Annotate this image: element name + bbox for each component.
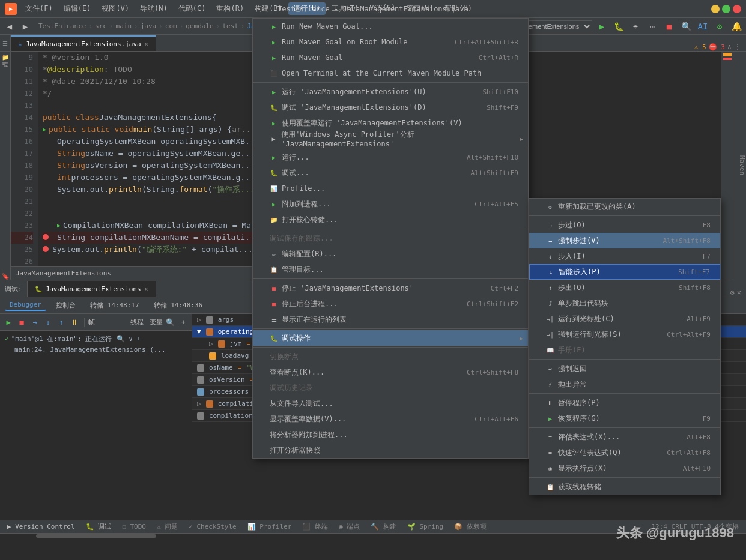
debug-tab-main[interactable]: 🐛 JavaManagementExtensions ×	[28, 281, 156, 297]
menu-run-any[interactable]: ▶ 运行... Alt+Shift+F10	[253, 149, 528, 165]
submenu-force-return[interactable]: ↩ 强制返回	[529, 361, 720, 376]
activity-bookmarks[interactable]: 🔖	[2, 273, 9, 280]
spring-tab[interactable]: 🌱 Spring	[402, 523, 448, 531]
menu-view-breakpoints[interactable]: 查看断点(K)... Ctrl+Shift+F8	[253, 364, 528, 380]
menu-debug-any[interactable]: 🐛 调试... Alt+Shift+F9	[253, 165, 528, 181]
console-tab[interactable]: 控制台	[51, 300, 80, 311]
menu-run-maven-root[interactable]: ▶ Run Maven Goal on Root Module Ctrl+Alt…	[253, 34, 528, 50]
thread-item[interactable]: ✓ "main"@1 在:main": 正在运行 🔍 ∨ +	[2, 333, 189, 345]
menu-run-maven[interactable]: ▶ Run Maven Goal Ctrl+Alt+R	[253, 50, 528, 65]
close-button[interactable]	[733, 5, 741, 13]
step-over-button[interactable]: →	[29, 316, 41, 328]
endpoints-tab[interactable]: ◉ 端点	[334, 522, 365, 531]
settings-button[interactable]: ⚙	[712, 19, 727, 34]
submenu-force-run-to-cursor[interactable]: →| 强制运行到光标(S) Ctrl+Alt+F9	[529, 327, 720, 342]
submenu-step-over[interactable]: → 步过(O) F8	[529, 217, 720, 233]
maven-label[interactable]: Maven	[738, 155, 746, 175]
submenu-step-out-block[interactable]: ⤴ 单步跳出代码块	[529, 295, 720, 311]
toolbar-back[interactable]: ◀	[2, 19, 17, 34]
search-button[interactable]: 🔍	[679, 19, 693, 34]
submenu-show-exec-point[interactable]: ◉ 显示执行点(X) Alt+F10	[529, 460, 720, 476]
minimize-button[interactable]	[711, 5, 720, 13]
submenu-force-step-over[interactable]: → 强制步过(V) Alt+Shift+F8	[529, 233, 720, 248]
debug-submenu[interactable]: ↺ 重新加载已更改的类(A) → 步过(O) F8 → 强制步过(V) Alt+…	[529, 198, 721, 495]
debug-tab-close[interactable]: ×	[145, 286, 148, 292]
menu-open-core[interactable]: 📁 打开核心转储...	[253, 212, 528, 227]
menu-edit-config[interactable]: ✏ 编辑配置(R)...	[253, 246, 528, 262]
menu-file[interactable]: 文件(F)	[20, 2, 58, 15]
breadcrumb-item-6[interactable]: gemdale	[186, 22, 213, 30]
more-tabs-icon[interactable]: ⋮	[734, 43, 741, 51]
menu-run-coverage[interactable]: ▶ 使用覆盖率运行 'JavaManagementExtensions'(V)	[253, 115, 528, 131]
menu-show-running[interactable]: ☰ 显示正在运行的列表	[253, 312, 528, 327]
menu-debug-ops[interactable]: 🐛 调试操作	[253, 330, 528, 346]
submenu-pause[interactable]: ⏸ 暂停程序(P)	[529, 395, 720, 411]
filter-icon[interactable]: 🔍	[164, 316, 176, 328]
expand-icon[interactable]: ∧	[727, 43, 732, 51]
menu-debug-class[interactable]: 🐛 调试 'JavaManagementExtensions'(D) Shift…	[253, 100, 528, 115]
terminal-tab[interactable]: ⬛ 终端	[297, 522, 333, 531]
menu-run-new-maven[interactable]: ▶ Run New Maven Goal...	[253, 19, 528, 34]
menu-edit[interactable]: 编辑(E)	[59, 2, 96, 15]
coverage-button[interactable]: ☂	[628, 19, 643, 34]
menu-open-profiler-snapshot[interactable]: 打开分析器快照	[253, 442, 528, 458]
add-watch[interactable]: +	[177, 316, 189, 328]
menu-run-class[interactable]: ▶ 运行 'JavaManagementExtensions'(U) Shift…	[253, 84, 528, 100]
activity-project[interactable]: 📁	[2, 54, 9, 61]
horizontal-scrollbar[interactable]	[0, 533, 746, 538]
submenu-resume[interactable]: ▶ 恢复程序(G) F9	[529, 411, 720, 426]
todo-tab[interactable]: ☐ TODO	[117, 523, 151, 531]
stop-button[interactable]: ■	[662, 19, 676, 34]
menu-add-to-profiler[interactable]: 将分析器附加到进程...	[253, 427, 528, 442]
filter-icon[interactable]: 🔍	[117, 335, 125, 343]
dump2-tab[interactable]: 转储 14:48:36	[149, 300, 208, 311]
version-control-tab[interactable]: ▶ Version Control	[2, 523, 80, 531]
submenu-smart-step-into[interactable]: ↓ 智能步入(P) Shift+F7	[529, 264, 720, 280]
menu-profiler[interactable]: ▶ 使用'Windows Async Profiler'分析 'JavaMana…	[253, 131, 528, 146]
frame-item[interactable]: main:24, JavaManagementExtensions (...	[2, 345, 189, 355]
menu-nav[interactable]: 导航(N)	[135, 2, 172, 15]
submenu-run-to-cursor[interactable]: →| 运行到光标处(C) Alt+F9	[529, 311, 720, 327]
settings-icon[interactable]: ⚙	[730, 288, 735, 297]
submenu-quick-evaluate[interactable]: = 快速评估表达式(Q) Ctrl+Alt+F8	[529, 445, 720, 460]
debug-bottom-tab[interactable]: 🐛 调试	[81, 522, 117, 531]
subtab-frames[interactable]: 帧	[88, 318, 129, 327]
close-debug-icon[interactable]: ✕	[737, 288, 741, 297]
stop-debug-button[interactable]: ■	[16, 316, 28, 328]
menu-view[interactable]: 视图(V)	[97, 2, 134, 15]
debugger-tab[interactable]: Debugger	[5, 300, 46, 311]
submenu-reload-classes[interactable]: ↺ 重新加载已更改的类(A)	[529, 199, 720, 214]
activity-structure[interactable]: 🏗	[2, 62, 8, 68]
menu-manage-targets[interactable]: 📋 管理目标...	[253, 262, 528, 277]
pause-button[interactable]: ⏸	[68, 316, 80, 328]
subtab-threads[interactable]: 线程	[130, 318, 144, 327]
maven-panel[interactable]: Maven	[733, 52, 746, 280]
run-button[interactable]: ▶	[595, 19, 609, 34]
breadcrumb-item-3[interactable]: main	[116, 22, 132, 30]
breadcrumb-item-7[interactable]: test	[222, 22, 238, 30]
menu-stop[interactable]: ■ 停止 'JavaManagementExtensions' Ctrl+F2	[253, 280, 528, 296]
expand-icon[interactable]: ∨	[129, 335, 133, 343]
problems-tab[interactable]: ⚠ 问题	[152, 522, 183, 531]
build-tab[interactable]: 🔨 构建	[366, 522, 401, 531]
submenu-step-into[interactable]: ↓ 步入(I) F7	[529, 248, 720, 264]
editor-tab-active[interactable]: ☕ JavaManagementExtensions.java ×	[11, 35, 156, 51]
breadcrumb-item-5[interactable]: com	[165, 22, 177, 30]
breadcrumb-item-1[interactable]: TestEntrance	[38, 22, 86, 30]
submenu-step-out[interactable]: ↑ 步出(O) Shift+F8	[529, 280, 720, 295]
submenu-thread-dump[interactable]: 📋 获取线程转储	[529, 479, 720, 495]
tab-close-icon[interactable]: ×	[145, 41, 148, 47]
toolbar-forward[interactable]: ▶	[18, 19, 32, 34]
breadcrumb-item-2[interactable]: src	[95, 22, 107, 30]
menu-code[interactable]: 代码(C)	[174, 2, 211, 15]
menu-stop-bg[interactable]: ■ 停止后台进程... Ctrl+Shift+F2	[253, 296, 528, 312]
submenu-evaluate[interactable]: = 评估表达式(X)... Alt+F8	[529, 429, 720, 445]
menu-import-tests[interactable]: 从文件导入测试...	[253, 396, 528, 411]
step-out-button[interactable]: ↑	[55, 316, 67, 328]
dump1-tab[interactable]: 转储 14:48:17	[85, 300, 144, 311]
profiler-tab[interactable]: 📊 Profiler	[243, 523, 297, 531]
debug-button[interactable]: 🐛	[611, 19, 626, 34]
menu-profile[interactable]: 📊 Profile...	[253, 181, 528, 196]
sidebar-toggle[interactable]: ☰	[0, 35, 11, 51]
breadcrumb-item-4[interactable]: java	[141, 22, 157, 30]
